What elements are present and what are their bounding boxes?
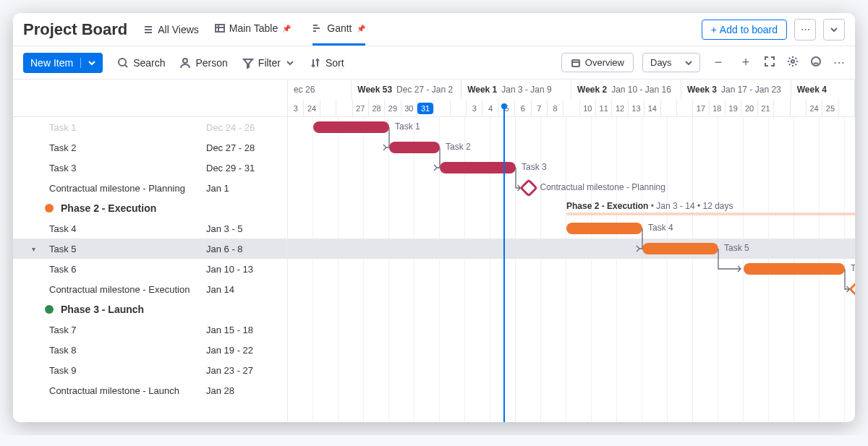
toolbar: New Item Search Person Filter Sort Overv… — [13, 46, 855, 80]
task-dates: Jan 23 - 27 — [206, 365, 278, 376]
timescale-label: Days — [650, 57, 672, 68]
day-header: 19 — [726, 100, 741, 117]
task-row[interactable]: Task 2Dec 27 - 28 — [13, 137, 287, 158]
task-row[interactable]: Contractual milestone - PlanningJan 1 — [13, 178, 287, 198]
day-header: 11 — [596, 100, 612, 117]
task-dates: Dec 29 - 31 — [206, 163, 278, 173]
day-header: 25 — [822, 100, 838, 117]
task-dates: Jan 1 — [206, 183, 278, 194]
caret-icon: ▾ — [32, 245, 35, 253]
add-to-board-label: Add to board — [720, 24, 778, 35]
task-dates: Jan 19 - 22 — [206, 345, 278, 356]
gear-icon — [787, 56, 799, 67]
day-header: 24 — [807, 100, 822, 117]
filter-icon — [242, 57, 254, 69]
task-dates: Dec 27 - 28 — [206, 142, 278, 153]
fullscreen-button[interactable] — [764, 56, 775, 70]
task-dates: Jan 15 - 18 — [206, 325, 278, 335]
day-header — [774, 100, 790, 117]
task-dates: Jan 10 - 13 — [206, 264, 278, 275]
day-header: 30 — [401, 100, 417, 117]
task-row[interactable]: Task 1Dec 24 - 26 — [13, 117, 287, 137]
day-header: 27 — [353, 100, 369, 117]
day-header: 21 — [758, 100, 774, 117]
sort-icon — [310, 57, 321, 69]
day-header: 31 — [417, 100, 434, 117]
task-row[interactable]: Task 7Jan 15 - 18 — [13, 320, 287, 340]
today-indicator — [503, 107, 505, 422]
dependency-arrow — [288, 117, 855, 377]
divider — [80, 58, 81, 68]
header-right: + Add to board ⋯ — [702, 19, 845, 40]
group-name: Phase 3 - Launch — [61, 304, 144, 315]
day-header: 12 — [612, 100, 628, 117]
toolbar-right: Overview Days − + ⋯ — [561, 53, 845, 72]
person-icon — [179, 57, 191, 69]
app-window: Project Board All Views Main Table📌Gantt… — [13, 13, 855, 422]
settings-button[interactable] — [787, 56, 799, 70]
table-icon — [215, 23, 225, 33]
pin-icon: 📌 — [357, 25, 365, 33]
calendar-icon — [571, 58, 581, 68]
group-row[interactable]: Phase 3 - Launch — [13, 299, 287, 320]
sort-button[interactable]: Sort — [310, 57, 344, 69]
task-name: Contractual milestone - Planning — [49, 183, 206, 194]
task-dates: Jan 14 — [206, 284, 278, 295]
task-name: Contractual milestone - Execution — [49, 284, 206, 295]
chevron-down-icon — [285, 58, 295, 68]
timeline-pane[interactable]: ec 26Week 53Dec 27 - Jan 2Week 1Jan 3 - … — [288, 80, 855, 422]
task-name: Task 2 — [49, 142, 206, 153]
expand-panel-button[interactable] — [823, 19, 845, 40]
pin-icon: 📌 — [282, 25, 291, 33]
day-header — [677, 100, 693, 117]
person-filter-button[interactable]: Person — [179, 57, 227, 69]
zoom-out-button[interactable]: − — [709, 53, 728, 72]
zoom-in-button[interactable]: + — [736, 53, 755, 72]
overview-button[interactable]: Overview — [561, 53, 634, 72]
day-header — [661, 100, 677, 117]
more-button[interactable]: ⋯ — [833, 56, 845, 70]
task-row[interactable]: Contractual milestone - ExecutionJan 14 — [13, 279, 287, 299]
plus-icon: + — [711, 24, 717, 35]
calendar-header: ec 26Week 53Dec 27 - Jan 2Week 1Jan 3 - … — [288, 80, 855, 117]
task-dates: Jan 3 - 5 — [206, 223, 278, 234]
day-header: 5 — [499, 100, 515, 117]
task-row[interactable]: Task 6Jan 10 - 13 — [13, 259, 287, 279]
feedback-button[interactable] — [810, 56, 822, 70]
search-button[interactable]: Search — [117, 57, 165, 69]
filter-button[interactable]: Filter — [242, 57, 295, 69]
day-row: 3242728293031345678101112131417181920212… — [288, 100, 855, 117]
add-to-board-button[interactable]: + Add to board — [702, 20, 787, 40]
svg-point-1 — [119, 59, 126, 66]
tab-gantt[interactable]: Gantt📌 — [312, 13, 365, 46]
task-row[interactable]: Task 9Jan 23 - 27 — [13, 360, 287, 380]
week-header: Week 3Jan 17 - Jan 23 — [681, 80, 791, 100]
day-header — [320, 100, 336, 117]
day-header: 24 — [304, 100, 320, 117]
tab-main-table[interactable]: Main Table📌 — [215, 13, 291, 46]
task-row[interactable]: Task 8Jan 19 - 22 — [13, 340, 287, 360]
week-header: ec 26 — [288, 80, 352, 100]
task-row[interactable]: Task 3Dec 29 - 31 — [13, 158, 287, 178]
task-row[interactable]: Contractual milestone - LaunchJan 28 — [13, 380, 287, 400]
filter-label: Filter — [258, 57, 281, 69]
task-list-pane: Task 1Dec 24 - 26Task 2Dec 27 - 28Task 3… — [13, 80, 288, 422]
svg-point-2 — [183, 59, 187, 63]
day-header: 6 — [515, 100, 531, 117]
day-header: 4 — [482, 100, 498, 117]
day-header — [451, 100, 467, 117]
timescale-select[interactable]: Days — [642, 53, 700, 72]
sort-label: Sort — [326, 57, 344, 69]
task-row[interactable]: Task 4Jan 3 - 5 — [13, 218, 287, 239]
group-name: Phase 2 - Execution — [61, 202, 156, 214]
group-row[interactable]: Phase 2 - Execution — [13, 198, 287, 218]
day-header: 8 — [548, 100, 563, 117]
task-name: Task 9 — [49, 365, 206, 376]
chevron-down-icon — [685, 59, 692, 67]
task-dates: Jan 28 — [206, 385, 278, 396]
new-item-button[interactable]: New Item — [23, 53, 103, 73]
task-list-header — [13, 80, 287, 117]
more-options-button[interactable]: ⋯ — [794, 19, 816, 40]
all-views-button[interactable]: All Views — [143, 24, 199, 35]
task-row[interactable]: ▾Task 5Jan 6 - 8 — [13, 239, 287, 259]
